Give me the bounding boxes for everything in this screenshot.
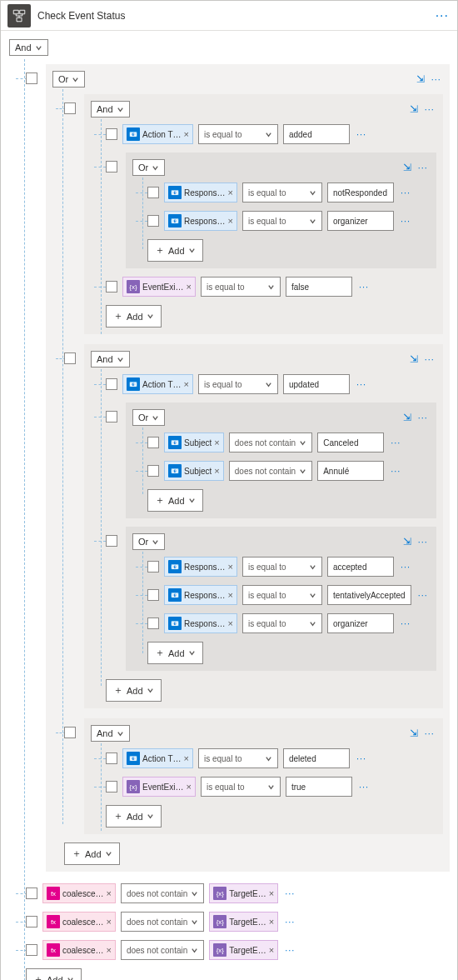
group-menu-button[interactable]: ···: [423, 104, 436, 114]
row-checkbox[interactable]: [147, 437, 159, 448]
row-checkbox[interactable]: [106, 411, 117, 422]
collapse-icon[interactable]: ⇲: [403, 536, 411, 548]
dynamic-token[interactable]: 📧Subject×: [164, 461, 224, 481]
collapse-icon[interactable]: ⇲: [410, 728, 418, 739]
dynamic-token[interactable]: {x}TargetE…×: [209, 883, 278, 903]
value-field[interactable]: true: [286, 777, 352, 797]
group-menu-button[interactable]: ···: [416, 412, 430, 422]
row-checkbox[interactable]: [147, 589, 159, 601]
operator-dropdown[interactable]: is equal to: [198, 374, 278, 394]
row-checkbox[interactable]: [64, 727, 76, 738]
row-checkbox[interactable]: [26, 916, 37, 928]
dynamic-token[interactable]: 📧Respons…×: [164, 557, 237, 577]
dynamic-token[interactable]: 📧Respons…×: [164, 211, 237, 231]
operator-dropdown[interactable]: is equal to: [242, 557, 322, 577]
row-menu-button[interactable]: ···: [399, 618, 412, 628]
dynamic-token[interactable]: 📧Respons…×: [164, 182, 237, 202]
token-remove-icon[interactable]: ×: [106, 945, 111, 955]
operator-dropdown[interactable]: does not contain: [121, 940, 204, 960]
row-checkbox[interactable]: [147, 215, 159, 227]
token-remove-icon[interactable]: ×: [214, 438, 219, 448]
operator-dropdown[interactable]: does not contain: [121, 912, 204, 932]
row-checkbox[interactable]: [147, 618, 159, 629]
row-checkbox[interactable]: [26, 72, 37, 84]
dynamic-token[interactable]: 📧 Action T… ×: [122, 124, 193, 144]
token-remove-icon[interactable]: ×: [227, 618, 232, 628]
collapse-icon[interactable]: ⇲: [403, 162, 411, 173]
row-checkbox[interactable]: [106, 128, 117, 140]
token-remove-icon[interactable]: ×: [227, 188, 232, 198]
root-group-selector[interactable]: And: [9, 39, 48, 56]
row-checkbox[interactable]: [106, 281, 117, 292]
row-checkbox[interactable]: [147, 561, 159, 572]
value-field[interactable]: organizer: [327, 211, 394, 231]
dynamic-token[interactable]: 📧Respons…×: [164, 585, 237, 605]
dynamic-token[interactable]: fxcoalesce…×: [42, 940, 116, 960]
value-field[interactable]: tentativelyAccepted: [327, 585, 411, 605]
token-remove-icon[interactable]: ×: [227, 562, 232, 572]
collapse-icon[interactable]: ⇲: [410, 103, 418, 115]
row-checkbox[interactable]: [26, 944, 37, 956]
value-field[interactable]: accepted: [327, 557, 394, 577]
group-selector[interactable]: And: [91, 101, 130, 118]
dynamic-token[interactable]: 📧Action T…×: [122, 374, 193, 394]
token-remove-icon[interactable]: ×: [184, 753, 189, 763]
token-remove-icon[interactable]: ×: [269, 888, 274, 898]
token-remove-icon[interactable]: ×: [269, 917, 274, 927]
token-remove-icon[interactable]: ×: [227, 216, 232, 226]
group-selector[interactable]: And: [91, 351, 130, 368]
operator-dropdown[interactable]: is equal to: [242, 613, 322, 633]
group-menu-button[interactable]: ···: [423, 354, 436, 364]
value-field[interactable]: updated: [283, 374, 350, 394]
row-menu-button[interactable]: ···: [399, 562, 412, 572]
row-menu-button[interactable]: ···: [283, 917, 296, 927]
operator-dropdown[interactable]: is equal to: [242, 585, 322, 605]
collapse-icon[interactable]: ⇲: [403, 412, 411, 423]
add-button[interactable]: ＋Add: [147, 239, 203, 262]
row-checkbox[interactable]: [26, 888, 37, 899]
operator-dropdown[interactable]: is equal to: [201, 777, 281, 797]
dynamic-token[interactable]: fxcoalesce…×: [42, 912, 116, 932]
row-menu-button[interactable]: ···: [283, 888, 296, 898]
value-field[interactable]: Annulé: [317, 461, 384, 481]
row-menu-button[interactable]: ···: [357, 282, 371, 292]
row-checkbox[interactable]: [106, 752, 117, 764]
row-menu-button[interactable]: ···: [389, 438, 402, 448]
value-field[interactable]: notResponded: [327, 182, 394, 202]
operator-dropdown[interactable]: is equal to: [198, 124, 278, 144]
group-menu-button[interactable]: ···: [416, 537, 430, 547]
group-selector[interactable]: Or: [132, 533, 165, 550]
collapse-icon[interactable]: ⇲: [410, 353, 418, 365]
dynamic-token[interactable]: 📧Action T…×: [122, 748, 193, 768]
group-menu-button[interactable]: ···: [416, 162, 430, 172]
value-field[interactable]: false: [286, 277, 352, 297]
token-remove-icon[interactable]: ×: [184, 129, 189, 139]
group-selector[interactable]: And: [91, 725, 130, 742]
row-menu-button[interactable]: ···: [355, 753, 368, 763]
token-remove-icon[interactable]: ×: [186, 282, 191, 292]
row-menu-button[interactable]: ···: [357, 782, 371, 792]
collapse-icon[interactable]: ⇲: [416, 73, 425, 85]
row-menu-button[interactable]: ···: [355, 379, 368, 389]
group-menu-button[interactable]: ···: [423, 728, 436, 738]
add-button[interactable]: ＋Add: [106, 805, 162, 828]
value-field[interactable]: added: [283, 124, 350, 144]
operator-dropdown[interactable]: is equal to: [242, 211, 322, 231]
row-menu-button[interactable]: ···: [283, 945, 296, 955]
add-button[interactable]: ＋Add: [106, 679, 162, 702]
dynamic-token[interactable]: {x}TargetE…×: [209, 940, 278, 960]
dynamic-token[interactable]: fxcoalesce…×: [42, 883, 116, 903]
dynamic-token[interactable]: {x}EventExi…×: [122, 277, 196, 297]
row-checkbox[interactable]: [64, 102, 76, 114]
row-checkbox[interactable]: [64, 352, 76, 364]
token-remove-icon[interactable]: ×: [184, 379, 189, 389]
row-menu-button[interactable]: ···: [399, 216, 412, 226]
row-checkbox[interactable]: [147, 187, 159, 198]
token-remove-icon[interactable]: ×: [227, 590, 232, 600]
add-button[interactable]: ＋Add: [26, 968, 82, 980]
row-checkbox[interactable]: [106, 535, 117, 547]
operator-dropdown[interactable]: does not contain: [229, 461, 312, 481]
add-button[interactable]: ＋Add: [64, 842, 120, 865]
dynamic-token[interactable]: {x}TargetE…×: [209, 912, 278, 932]
operator-dropdown[interactable]: does not contain: [121, 883, 204, 903]
